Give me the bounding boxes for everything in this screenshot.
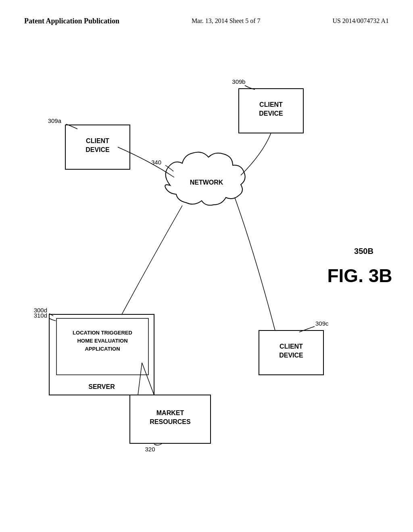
client-a-label2: DEVICE	[86, 146, 110, 153]
publication-title: Patent Application Publication	[24, 16, 119, 26]
network-label: NETWORK	[190, 179, 223, 186]
client-a-label1: CLIENT	[86, 137, 109, 144]
client-a-ref: 309a	[48, 117, 62, 124]
server-app-label2: HOME EVALUATION	[77, 338, 127, 344]
client-c-label2: DEVICE	[279, 352, 303, 359]
sheet-info: Mar. 13, 2014 Sheet 5 of 7	[192, 16, 261, 26]
server-app-label3: APPLICATION	[85, 346, 120, 352]
client-b-label2: DEVICE	[259, 110, 283, 117]
line-network-clientc	[235, 197, 275, 330]
market-label2: RESOURCES	[150, 418, 191, 425]
client-b-label1: CLIENT	[259, 101, 283, 108]
network-cloud: NETWORK	[165, 152, 245, 206]
patent-number: US 2014/0074732 A1	[332, 16, 389, 26]
line-server-market	[138, 363, 142, 395]
fig-id-label: 350B	[354, 247, 373, 256]
client-c-ref: 309c	[315, 320, 329, 327]
server-inner-ref-line	[49, 318, 56, 321]
market-label1: MARKET	[156, 409, 184, 416]
diagram-svg: CLIENT DEVICE 309a CLIENT DEVICE 309b NE…	[20, 56, 393, 500]
diagram-container: CLIENT DEVICE 309a CLIENT DEVICE 309b NE…	[20, 56, 393, 500]
server-outer-box	[49, 314, 154, 395]
page-header: Patent Application Publication Mar. 13, …	[0, 16, 413, 26]
line-clientb-network	[241, 133, 271, 175]
server-outer-ref: 300d	[34, 307, 47, 314]
server-app-label1: LOCATION TRIGGERED	[73, 330, 132, 336]
fig-label: FIG. 3B	[327, 265, 392, 286]
client-c-label1: CLIENT	[280, 343, 303, 350]
page: Patent Application Publication Mar. 13, …	[0, 0, 413, 532]
line-server-market2	[142, 363, 154, 395]
market-ref: 320	[145, 446, 155, 453]
server-label: SERVER	[88, 383, 115, 390]
line-server-network	[122, 206, 182, 314]
client-b-ref: 309b	[232, 78, 245, 85]
client-c-ref-line	[299, 326, 315, 332]
